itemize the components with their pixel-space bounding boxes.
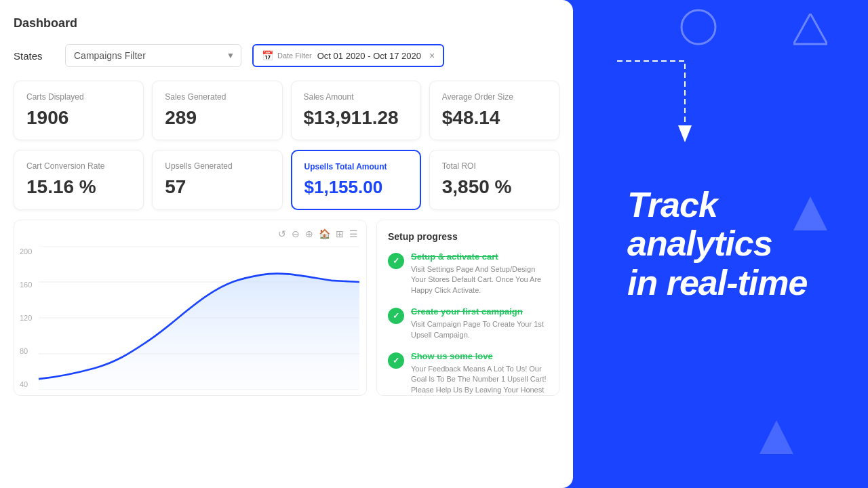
stat-card-3: Average Order Size $48.14: [429, 81, 559, 140]
stat-card-1: Sales Generated 289: [152, 81, 282, 140]
tagline-line2: analytics: [627, 224, 821, 263]
setup-progress-title: Setup progress: [388, 231, 548, 242]
menu-icon[interactable]: ☰: [349, 228, 358, 239]
chart-y-labels: 2001601208040: [20, 247, 32, 388]
setup-item-title-1: Create your first campaign: [411, 306, 548, 317]
chart-area: ↺ ⊖ ⊕ 🏠 ⊞ ☰ 2001601208040: [14, 220, 559, 396]
home-icon[interactable]: ⊞: [336, 228, 344, 239]
stat-card-6: Upsells Total Amount $1,155.00: [291, 150, 421, 210]
date-filter-close-button[interactable]: ×: [429, 50, 435, 61]
setup-item-2: Show us some love Your Feedback Means A …: [388, 351, 548, 396]
reset-icon[interactable]: ↺: [278, 228, 286, 239]
page-title: Dashboard: [14, 16, 559, 30]
stat-value-4: 15.16 %: [26, 176, 131, 198]
setup-item-0: Setup & activate cart Visit Settings Pag…: [388, 251, 548, 296]
stat-card-7: Total ROI 3,850 %: [429, 150, 559, 210]
right-panel: Track analytics in real-time: [573, 0, 868, 488]
setup-check-icon-0: [388, 253, 404, 269]
date-filter-box[interactable]: 📅 Date Filter Oct 01 2020 - Oct 17 2020 …: [252, 44, 444, 67]
stat-value-2: $13,911.28: [304, 107, 408, 129]
stat-value-6: $1,155.00: [304, 177, 408, 198]
chart-y-label: 160: [20, 281, 32, 289]
chart-svg: [39, 246, 359, 390]
svg-marker-11: [678, 125, 692, 142]
setup-item-title-0: Setup & activate cart: [411, 251, 548, 262]
stat-label-7: Total ROI: [442, 161, 547, 171]
setup-item-desc-2: Your Feedback Means A Lot To Us! Our Goa…: [411, 364, 548, 396]
setup-item-title-2: Show us some love: [411, 351, 548, 361]
camera-icon[interactable]: 🏠: [319, 228, 330, 239]
stat-label-3: Average Order Size: [442, 92, 547, 102]
date-filter-value: Oct 01 2020 - Oct 17 2020: [317, 51, 421, 61]
dashboard-panel: Dashboard States Campaigns Filter ▼ 📅 Da…: [0, 0, 573, 488]
calendar-icon: 📅: [262, 50, 273, 61]
stat-label-0: Carts Displayed: [26, 92, 131, 102]
tagline-container: Track analytics in real-time: [573, 186, 868, 302]
dashed-arrow: [610, 54, 698, 149]
setup-item-desc-0: Visit Settings Page And Setup/Design You…: [411, 264, 548, 296]
setup-item-content-2: Show us some love Your Feedback Means A …: [411, 351, 548, 396]
chart-y-label: 80: [20, 347, 32, 355]
setup-item-1: Create your first campaign Visit Campaig…: [388, 306, 548, 340]
chart-y-label: 40: [20, 380, 32, 388]
stat-value-0: 1906: [26, 107, 131, 129]
stat-card-0: Carts Displayed 1906: [14, 81, 144, 140]
states-label: States: [14, 50, 54, 62]
stat-value-3: $48.14: [442, 107, 547, 129]
zoom-in-icon[interactable]: ⊕: [305, 228, 313, 239]
date-filter-label: Date Filter: [277, 52, 312, 60]
stat-label-4: Cart Conversion Rate: [26, 161, 131, 171]
campaigns-filter-select[interactable]: Campaigns Filter: [65, 44, 241, 67]
stat-label-5: Upsells Generated: [165, 161, 269, 171]
stats-row-1: Carts Displayed 1906 Sales Generated 289…: [14, 81, 559, 140]
setup-panel: Setup progress Setup & activate cart Vis…: [376, 220, 559, 396]
stat-card-2: Sales Amount $13,911.28: [291, 81, 421, 140]
stat-value-7: 3,850 %: [442, 176, 547, 198]
chart-y-label: 200: [20, 247, 32, 256]
setup-item-content-1: Create your first campaign Visit Campaig…: [411, 306, 548, 340]
chart-container: ↺ ⊖ ⊕ 🏠 ⊞ ☰ 2001601208040: [14, 220, 367, 396]
header-row: States Campaigns Filter ▼ 📅 Date Filter …: [14, 44, 559, 67]
stat-label-6: Upsells Total Amount: [304, 162, 408, 171]
setup-check-icon-1: [388, 308, 404, 324]
tagline-line3: in real-time: [627, 264, 821, 302]
tagline: Track analytics in real-time: [600, 186, 848, 302]
stat-label-2: Sales Amount: [304, 92, 408, 102]
tagline-line1: Track: [627, 186, 821, 224]
stat-card-5: Upsells Generated 57: [152, 150, 282, 210]
setup-item-desc-1: Visit Campaign Page To Create Your 1st U…: [411, 319, 548, 340]
zoom-out-icon[interactable]: ⊖: [292, 228, 300, 239]
stats-row-2: Cart Conversion Rate 15.16 % Upsells Gen…: [14, 150, 559, 210]
setup-items-list: Setup & activate cart Visit Settings Pag…: [388, 251, 548, 396]
stat-value-5: 57: [165, 176, 269, 198]
chart-y-label: 120: [20, 314, 32, 322]
setup-item-content-0: Setup & activate cart Visit Settings Pag…: [411, 251, 548, 296]
stat-value-1: 289: [165, 107, 269, 129]
stat-label-1: Sales Generated: [165, 92, 269, 102]
stat-card-4: Cart Conversion Rate 15.16 %: [14, 150, 144, 210]
setup-check-icon-2: [388, 352, 404, 369]
campaigns-filter[interactable]: Campaigns Filter ▼: [65, 44, 241, 67]
chart-toolbar: ↺ ⊖ ⊕ 🏠 ⊞ ☰: [22, 228, 358, 239]
